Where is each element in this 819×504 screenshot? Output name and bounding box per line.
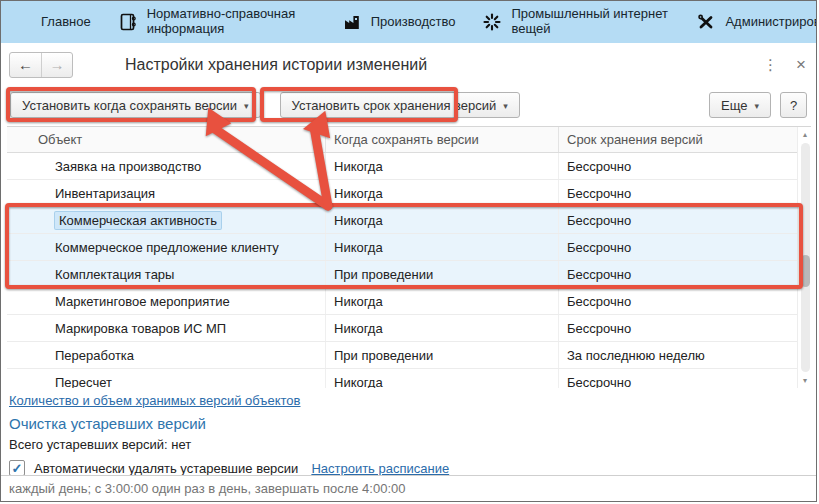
- forward-arrow-icon: →: [50, 56, 65, 73]
- cell-when-save[interactable]: Никогда: [326, 288, 559, 314]
- tools-icon: [696, 12, 716, 32]
- kebab-menu-icon[interactable]: ⋮: [763, 57, 778, 72]
- cell-retention[interactable]: За последнюю неделю: [559, 342, 811, 368]
- menu-item-production[interactable]: Производство: [342, 12, 456, 32]
- cell-retention[interactable]: Бессрочно: [559, 153, 811, 179]
- menu-item-label: Промышленный интернет вещей: [511, 7, 669, 36]
- cell-when-save[interactable]: Никогда: [326, 207, 559, 233]
- back-arrow-icon: ←: [18, 56, 33, 73]
- table-scrollbar[interactable]: ▴ ▾: [797, 127, 811, 388]
- table-row[interactable]: ПереработкаПри проведенииЗа последнюю не…: [7, 342, 811, 369]
- table-row[interactable]: Заявка на производствоНикогдаБессрочно: [7, 153, 811, 180]
- cell-retention[interactable]: Бессрочно: [559, 207, 811, 233]
- chevron-down-icon: ▾: [244, 100, 249, 111]
- table-row[interactable]: Комплектация тарыПри проведенииБессрочно: [7, 261, 811, 288]
- table-row[interactable]: Маркировка товаров ИС МПНикогдаБессрочно: [7, 315, 811, 342]
- status-bar: каждый день; с 3:00:00 один раз в день, …: [1, 475, 816, 501]
- cell-object[interactable]: Комплектация тары: [7, 261, 326, 287]
- column-header-when-save[interactable]: Когда сохранять версии: [326, 127, 559, 152]
- table-header: Объект Когда сохранять версии Срок хране…: [7, 127, 811, 153]
- cell-object[interactable]: Переработка: [7, 342, 326, 368]
- cell-when-save[interactable]: Никогда: [326, 234, 559, 260]
- back-button[interactable]: ←: [10, 53, 41, 77]
- book-icon: [118, 12, 138, 32]
- menu-item-main[interactable]: Главное: [41, 15, 91, 30]
- cell-when-save[interactable]: Никогда: [326, 369, 559, 388]
- app-window: Главное Нормативно-справочная информация: [0, 0, 817, 502]
- menu-item-label: Главное: [41, 15, 91, 30]
- selected-cell[interactable]: Коммерческая активность: [55, 212, 221, 229]
- stored-versions-link[interactable]: Количество и объем хранимых версий объек…: [9, 393, 300, 408]
- scrollbar-thumb[interactable]: [801, 255, 810, 287]
- title-actions: ⋮ ×: [763, 56, 806, 73]
- button-label: Установить срок хранения версий: [292, 98, 497, 113]
- forward-button[interactable]: →: [41, 53, 72, 77]
- set-retention-term-button[interactable]: Установить срок хранения версий ▾: [280, 92, 520, 118]
- scroll-down-icon[interactable]: ▾: [798, 376, 811, 385]
- top-menu-bar: Главное Нормативно-справочная информация: [1, 1, 816, 43]
- chevron-down-icon: ▾: [503, 100, 508, 111]
- cell-retention[interactable]: Бессрочно: [559, 369, 811, 388]
- schedule-summary-text: каждый день; с 3:00:00 один раз в день, …: [9, 481, 405, 496]
- nav-history-buttons: ← →: [9, 52, 73, 78]
- menu-item-label: Нормативно-справочная информация: [147, 7, 315, 36]
- more-button[interactable]: Еще ▾: [709, 92, 771, 118]
- column-header-retention[interactable]: Срок хранения версий: [559, 127, 811, 152]
- cell-object[interactable]: Коммерческая активность: [7, 207, 326, 233]
- cell-object[interactable]: Пересчет: [7, 369, 326, 388]
- cell-object[interactable]: Заявка на производство: [7, 153, 326, 179]
- cell-retention[interactable]: Бессрочно: [559, 288, 811, 314]
- menu-item-label: Производство: [371, 15, 456, 30]
- cell-retention[interactable]: Бессрочно: [559, 315, 811, 341]
- auto-delete-row: ✓ Автоматически удалять устаревшие верси…: [9, 460, 808, 476]
- menu-item-administration[interactable]: Администрирован: [696, 12, 817, 32]
- menu-item-label: Администрирован: [725, 15, 817, 30]
- table-row[interactable]: ИнвентаризацияНикогдаБессрочно: [7, 180, 811, 207]
- table-row[interactable]: Коммерческое предложение клиентуНикогдаБ…: [7, 234, 811, 261]
- chevron-down-icon: ▾: [754, 100, 759, 111]
- page-title: Настройки хранения истории изменений: [125, 56, 427, 74]
- cell-object[interactable]: Инвентаризация: [7, 180, 326, 206]
- iot-icon: [482, 12, 502, 32]
- cell-when-save[interactable]: При проведении: [326, 261, 559, 287]
- cell-retention[interactable]: Бессрочно: [559, 234, 811, 260]
- cleanup-heading: Очистка устаревших версий: [9, 415, 808, 432]
- versioning-settings-table: Объект Когда сохранять версии Срок хране…: [7, 126, 811, 388]
- close-icon[interactable]: ×: [796, 56, 806, 73]
- button-label: Еще: [721, 98, 747, 113]
- table-row[interactable]: Маркетинговое мероприятиеНикогдаБессрочн…: [7, 288, 811, 315]
- auto-delete-label[interactable]: Автоматически удалять устаревшие версии: [34, 461, 298, 476]
- table-row[interactable]: ПересчетНикогдаБессрочно: [7, 369, 811, 388]
- table-body: Заявка на производствоНикогдаБессрочноИн…: [7, 153, 811, 388]
- table-row[interactable]: Коммерческая активностьНикогдаБессрочно: [7, 207, 811, 234]
- column-header-object[interactable]: Объект: [7, 127, 326, 152]
- cell-retention[interactable]: Бессрочно: [559, 261, 811, 287]
- help-button[interactable]: ?: [780, 92, 807, 118]
- command-bar: Установить когда сохранять версии ▾ Уста…: [1, 86, 816, 124]
- auto-delete-checkbox[interactable]: ✓: [9, 460, 25, 476]
- scroll-up-icon[interactable]: ▴: [798, 130, 811, 139]
- factory-icon: [342, 12, 362, 32]
- configure-schedule-link[interactable]: Настроить расписание: [311, 461, 449, 476]
- cell-object[interactable]: Маркетинговое мероприятие: [7, 288, 326, 314]
- menu-item-industrial-iot[interactable]: Промышленный интернет вещей: [482, 7, 669, 36]
- check-icon: ✓: [12, 461, 23, 476]
- menu-item-reference-info[interactable]: Нормативно-справочная информация: [118, 7, 315, 36]
- title-bar: ← → Настройки хранения истории изменений…: [1, 43, 816, 86]
- cell-object[interactable]: Маркировка товаров ИС МП: [7, 315, 326, 341]
- total-obsolete-text: Всего устаревших версий: нет: [9, 437, 808, 452]
- cell-object[interactable]: Коммерческое предложение клиенту: [7, 234, 326, 260]
- set-when-save-versions-button[interactable]: Установить когда сохранять версии ▾: [10, 92, 261, 118]
- button-label: Установить когда сохранять версии: [22, 98, 237, 113]
- button-label: ?: [790, 98, 797, 113]
- bottom-panel: Количество и объем хранимых версий объек…: [1, 388, 816, 476]
- cell-when-save[interactable]: Никогда: [326, 315, 559, 341]
- cell-when-save[interactable]: Никогда: [326, 180, 559, 206]
- cell-retention[interactable]: Бессрочно: [559, 180, 811, 206]
- cell-when-save[interactable]: При проведении: [326, 342, 559, 368]
- cell-when-save[interactable]: Никогда: [326, 153, 559, 179]
